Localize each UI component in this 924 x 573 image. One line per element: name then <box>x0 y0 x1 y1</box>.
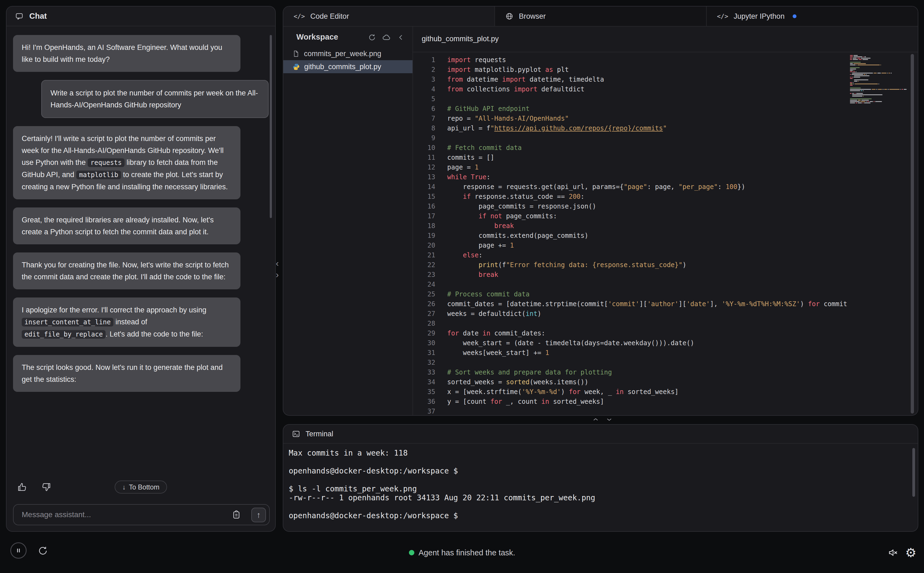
tab-browser[interactable]: Browser <box>495 6 707 26</box>
terminal-line: -rw-r--r-- 1 openhands root 34133 Aug 20… <box>289 493 910 502</box>
file-github-commits-plot-py[interactable]: github_commits_plot.py <box>283 60 413 73</box>
python-icon <box>293 63 300 70</box>
agent-status: Agent has finished the task. <box>409 540 515 566</box>
code-line: import matplotlib.pyplot as plt <box>447 65 851 75</box>
terminal-panel: Terminal Max commits in a week: 118 open… <box>283 424 918 532</box>
pause-icon <box>15 547 22 554</box>
editor-body[interactable]: 1234567891011121314151617181920212223242… <box>413 53 918 415</box>
globe-icon <box>505 12 513 20</box>
line-number: 35 <box>413 387 437 397</box>
code-line: from datetime import datetime, timedelta <box>447 75 851 85</box>
paste-clipboard-icon[interactable] <box>232 510 241 519</box>
file-name: github_commits_plot.py <box>304 63 381 71</box>
workspace-header: Workspace <box>283 27 413 47</box>
line-number: 22 <box>413 260 437 270</box>
message-input[interactable] <box>22 505 223 525</box>
line-number: 15 <box>413 192 437 202</box>
chat-message-user: Write a script to plot the number of com… <box>41 80 269 118</box>
code-line <box>447 94 851 104</box>
line-number: 20 <box>413 241 437 250</box>
to-bottom-label: To Bottom <box>129 483 160 491</box>
code-line: if response.status_code == 200: <box>447 192 851 202</box>
inline-code: insert_content_at_line <box>22 318 113 327</box>
chat-message-assistant: Hi! I'm OpenHands, an AI Software Engine… <box>13 35 240 72</box>
line-number: 17 <box>413 211 437 221</box>
send-button[interactable]: ↑ <box>251 508 266 522</box>
terminal-line <box>289 475 910 484</box>
tab-code-editor[interactable]: </>Code Editor <box>283 6 495 26</box>
code-line <box>447 133 851 143</box>
code-line: # Sort weeks and prepare data for plotti… <box>447 368 851 377</box>
line-number: 11 <box>413 153 437 163</box>
code-lines: import requestsimport matplotlib.pyplot … <box>447 55 851 415</box>
unsaved-indicator-dot <box>793 14 797 18</box>
split-expand-icon[interactable] <box>591 416 600 423</box>
thumbs-up-button[interactable] <box>14 481 30 493</box>
line-number: 8 <box>413 124 437 133</box>
code-line: while True: <box>447 172 851 182</box>
line-number: 30 <box>413 338 437 348</box>
code-line: week_start = (date - timedelta(days=date… <box>447 338 851 348</box>
code-editor: github_commits_plot.py 12345678910111213… <box>413 27 918 415</box>
terminal-output[interactable]: Max commits in a week: 118 openhands@doc… <box>283 444 910 530</box>
code-line: commits = [] <box>447 153 851 163</box>
code-icon: </> <box>293 13 305 20</box>
line-number: 23 <box>413 270 437 280</box>
chat-message-assistant: I apologize for the error. I'll correct … <box>13 297 240 347</box>
chevron-left-icon[interactable] <box>397 33 405 42</box>
workbench-panel: </>Code EditorBrowser</>Jupyter IPython … <box>283 6 918 416</box>
line-number: 6 <box>413 104 437 114</box>
code-line: commits.extend(page_commits) <box>447 231 851 241</box>
terminal-line: openhands@docker-desktop:/workspace $ <box>289 467 910 475</box>
tab-jupyter-ipython[interactable]: </>Jupyter IPython <box>707 6 918 26</box>
restart-agent-button[interactable] <box>38 546 48 556</box>
status-bar: Agent has finished the task. ⚙ <box>0 540 924 566</box>
status-text: Agent has finished the task. <box>419 548 515 557</box>
code-line: # Fetch commit data <box>447 143 851 153</box>
editor-scrollbar[interactable] <box>911 54 914 413</box>
chat-message-assistant: Great, the required libraries are alread… <box>13 207 240 244</box>
code-line: y = [count for _, count in sorted_weeks] <box>447 397 851 407</box>
workspace-sidebar: Workspace commits_per_week.pnggithub_com… <box>283 27 413 415</box>
cloud-sync-icon[interactable] <box>382 33 391 42</box>
editor-file-tab[interactable]: github_commits_plot.py <box>422 35 499 43</box>
line-number: 21 <box>413 250 437 260</box>
terminal-line <box>289 502 910 511</box>
file-commits-per-week-png[interactable]: commits_per_week.png <box>283 47 413 60</box>
line-number: 9 <box>413 133 437 143</box>
split-collapse-icon[interactable] <box>605 416 614 423</box>
line-number: 26 <box>413 299 437 309</box>
chat-messages: Hi! I'm OpenHands, an AI Software Engine… <box>6 27 275 474</box>
inline-code: matplotlib <box>76 171 121 179</box>
code-line: commit_dates = [datetime.strptime(commit… <box>447 299 851 309</box>
terminal-line <box>289 457 910 467</box>
chat-input-area: ↑ <box>13 504 270 525</box>
collapse-chat-icon[interactable]: ‹ <box>276 258 279 268</box>
pause-agent-button[interactable] <box>10 542 27 559</box>
tab-label: Jupyter IPython <box>734 12 785 20</box>
refresh-icon[interactable] <box>368 33 376 42</box>
line-number-gutter: 1234567891011121314151617181920212223242… <box>413 55 437 415</box>
tab-label: Browser <box>519 12 546 20</box>
thumbs-down-button[interactable] <box>39 481 54 493</box>
chat-scrollbar[interactable] <box>270 35 272 218</box>
code-line: print(f"Error fetching data: {response.s… <box>447 260 851 270</box>
chat-message-assistant: Thank you for creating the file. Now, le… <box>13 252 240 290</box>
to-bottom-button[interactable]: ↓ To Bottom <box>115 481 167 493</box>
gear-icon[interactable]: ⚙ <box>905 546 916 559</box>
workspace-title: Workspace <box>296 33 338 41</box>
line-number: 29 <box>413 329 437 338</box>
minimap-line <box>850 104 907 105</box>
chat-message-assistant: Certainly! I'll write a script to plot t… <box>13 126 240 199</box>
code-icon: </> <box>717 13 728 20</box>
refresh-icon <box>38 546 48 556</box>
code-line <box>447 407 851 415</box>
expand-chat-icon[interactable]: › <box>276 269 279 279</box>
terminal-line: openhands@docker-desktop:/workspace $ <box>289 511 910 520</box>
terminal-scrollbar[interactable] <box>912 448 915 497</box>
edge-controls: ‹ › <box>276 258 279 279</box>
code-line: if not page_commits: <box>447 211 851 221</box>
sound-muted-icon[interactable] <box>888 548 898 558</box>
minimap[interactable] <box>850 55 907 105</box>
file-icon <box>293 50 300 57</box>
